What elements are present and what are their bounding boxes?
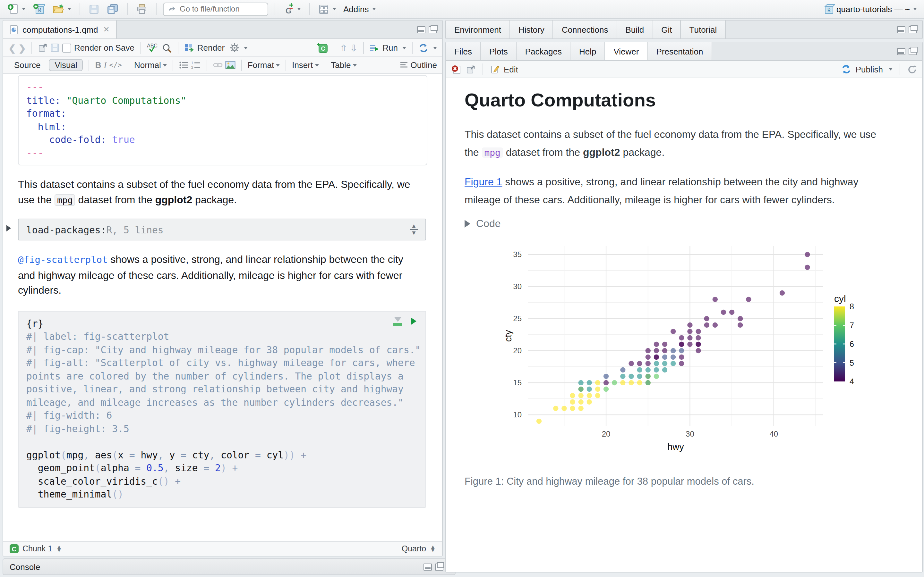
popout-icon[interactable] [38, 43, 48, 53]
maximize-pane-icon[interactable] [909, 48, 917, 55]
tab-connections[interactable]: Connections [553, 21, 617, 39]
visual-editor-canvas[interactable]: ---title: "Quarto Computations"format: h… [3, 74, 442, 541]
chunk-badge-icon: C [10, 544, 19, 553]
source-mode-button[interactable]: Source [8, 59, 46, 71]
go-to-previous-section-icon[interactable]: ⇧ [340, 43, 347, 53]
tab-help[interactable]: Help [571, 42, 606, 60]
chevron-down-icon[interactable] [244, 47, 248, 49]
spellcheck-icon[interactable]: ABC [147, 42, 160, 53]
run-button[interactable]: Run [383, 43, 398, 53]
run-chunk-icon[interactable] [411, 317, 417, 325]
svg-text:R: R [827, 7, 831, 13]
editor-paragraph[interactable]: @fig-scatterplot shows a positive, stron… [18, 252, 416, 298]
tab-history[interactable]: History [510, 21, 553, 39]
yaml-front-matter[interactable]: ---title: "Quarto Computations"format: h… [18, 75, 427, 165]
editor-status-bar: C Chunk 1 ▲▼ Quarto ▲▼ [3, 541, 442, 556]
tab-git[interactable]: Git [653, 21, 681, 39]
tab-presentation[interactable]: Presentation [648, 42, 712, 60]
new-file-icon [7, 3, 19, 15]
code-fold-toggle[interactable]: Code [465, 218, 897, 229]
insert-chunk-icon[interactable]: C [316, 42, 328, 53]
close-tab-icon[interactable]: ✕ [103, 25, 110, 34]
expand-chunk-icon[interactable]: ▲▼ [410, 224, 418, 235]
goto-file-search[interactable] [163, 2, 268, 16]
gear-icon[interactable] [230, 43, 239, 53]
tab-viewer[interactable]: Viewer [605, 42, 648, 60]
new-file-button[interactable] [5, 2, 27, 16]
table-menu[interactable]: Table [331, 60, 357, 70]
render-button[interactable]: Render [197, 43, 225, 53]
format-menu[interactable]: Format [248, 60, 280, 70]
publish-icon [842, 64, 852, 74]
chunk-nav-arrows-icon[interactable]: ▲▼ [56, 546, 62, 552]
tab-environment[interactable]: Environment [446, 21, 510, 39]
maximize-pane-icon[interactable] [909, 26, 917, 33]
console-title: Console [10, 562, 40, 572]
git-button[interactable]: G [282, 2, 303, 16]
goto-file-input[interactable] [178, 4, 258, 14]
minimize-pane-icon[interactable] [417, 26, 425, 33]
clear-viewer-icon[interactable] [451, 64, 462, 75]
insert-menu[interactable]: Insert [292, 60, 318, 70]
tab-tutorial[interactable]: Tutorial [681, 21, 726, 39]
tab-build[interactable]: Build [617, 21, 653, 39]
image-icon[interactable] [225, 61, 236, 69]
search-icon[interactable] [162, 43, 172, 53]
editor-paragraph[interactable]: This dataset contains a subset of the fu… [18, 177, 416, 208]
publish-button[interactable]: Publish [856, 64, 883, 74]
run-chunks-above-icon[interactable] [393, 316, 402, 326]
save-icon[interactable] [50, 43, 60, 53]
save-all-button[interactable] [105, 2, 121, 16]
r-code-chunk[interactable]: {r}#| label: fig-scatterplot#| fig-cap: … [18, 311, 426, 508]
save-all-icon [107, 3, 119, 15]
new-project-button[interactable]: R [31, 2, 47, 16]
maximize-pane-icon[interactable] [435, 563, 443, 570]
refresh-icon[interactable] [907, 64, 917, 74]
tab-packages[interactable]: Packages [517, 42, 571, 60]
document-mode-label[interactable]: Quarto [402, 544, 426, 553]
panes-grid-icon [318, 3, 329, 15]
visual-mode-button[interactable]: Visual [49, 59, 83, 71]
numbered-list-icon[interactable]: 12 [191, 61, 201, 69]
console-pane-header[interactable]: Console [3, 558, 456, 575]
edit-pencil-icon [490, 64, 500, 74]
print-button[interactable] [134, 2, 150, 16]
forward-icon[interactable]: ❯ [18, 43, 26, 53]
figure-caption: Figure 1: City and highway mileage for 3… [465, 476, 897, 487]
chunk-meta: R, 5 lines [106, 224, 163, 235]
tab-plots[interactable]: Plots [481, 42, 517, 60]
panes-layout-button[interactable] [317, 2, 338, 16]
addins-button[interactable]: Addins [341, 3, 378, 15]
link-icon[interactable] [213, 61, 223, 69]
source-document-icon[interactable] [418, 43, 429, 53]
render-on-save-checkbox[interactable] [63, 43, 71, 52]
popout-icon[interactable] [466, 64, 475, 74]
collapsed-code-chunk[interactable]: load-packages: R, 5 lines ▲▼ [18, 219, 426, 240]
minimize-pane-icon[interactable] [897, 26, 905, 33]
chunk-position-label[interactable]: Chunk 1 [23, 544, 52, 553]
tab-files[interactable]: Files [446, 42, 481, 60]
minimize-pane-icon[interactable] [897, 48, 905, 55]
save-button[interactable] [87, 2, 102, 16]
chevron-down-icon[interactable] [402, 47, 406, 49]
rendered-document[interactable]: Quarto Computations This dataset contain… [446, 78, 922, 572]
chevron-down-icon[interactable] [433, 47, 437, 49]
paragraph-style-select[interactable]: Normal [134, 60, 167, 70]
bullet-list-icon[interactable] [179, 61, 189, 69]
project-menu-button[interactable]: R quarto-tutorials — ~ [822, 2, 919, 16]
tab-computations-1-qmd[interactable]: computations-1.qmd ✕ [3, 21, 117, 39]
italic-icon[interactable]: I [104, 60, 107, 70]
back-icon[interactable]: ❮ [8, 43, 16, 53]
bold-icon[interactable]: B [95, 60, 102, 70]
chunk-fold-arrow-icon[interactable] [6, 225, 11, 231]
edit-button[interactable]: Edit [504, 64, 518, 74]
outline-toggle[interactable]: Outline [411, 60, 437, 70]
chevron-down-icon[interactable] [889, 68, 893, 71]
go-to-next-section-icon[interactable]: ⇩ [350, 43, 357, 53]
maximize-pane-icon[interactable] [429, 26, 437, 33]
open-file-button[interactable] [50, 2, 73, 16]
svg-text:8: 8 [850, 302, 854, 311]
code-format-icon[interactable]: </> [109, 61, 122, 69]
mode-select-arrows-icon[interactable]: ▲▼ [430, 546, 436, 552]
minimize-pane-icon[interactable] [423, 563, 432, 570]
